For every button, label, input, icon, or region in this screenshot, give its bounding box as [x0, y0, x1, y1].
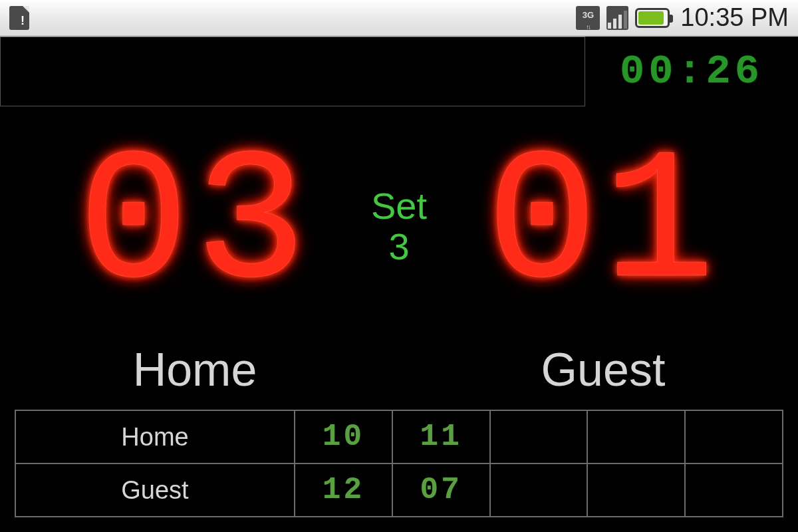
status-bar: 3G 10:35 PM [0, 0, 798, 37]
home-team-label: Home [52, 343, 338, 396]
set-history-home-label: Home [15, 410, 295, 464]
table-row: Home 10 11 [15, 410, 783, 464]
game-timer-display: 00:26 [620, 48, 763, 95]
table-row: Guest 12 07 [15, 464, 783, 517]
set-history-table: Home 10 11 Guest 12 07 [15, 410, 783, 517]
scoreboard-app-screen: 3G 10:35 PM 00:26 03 Set 3 01 Home Guest… [0, 0, 798, 532]
battery-fill [638, 11, 664, 25]
status-bar-clock: 10:35 PM [680, 3, 789, 32]
main-score-row: 03 Set 3 01 [0, 113, 798, 339]
ad-banner[interactable] [0, 37, 585, 106]
set-number: 3 [346, 226, 452, 267]
home-score[interactable]: 03 [52, 133, 338, 319]
set-indicator: Set 3 [346, 186, 452, 267]
guest-score[interactable]: 01 [460, 133, 746, 319]
game-timer[interactable]: 00:26 [585, 37, 798, 106]
signal-strength-icon [606, 6, 628, 30]
network-3g-icon: 3G [576, 6, 600, 30]
guest-team-label: Guest [460, 343, 746, 396]
top-strip: 00:26 [0, 37, 798, 106]
battery-icon [635, 8, 670, 28]
set-history-guest-label: Guest [15, 464, 295, 517]
home-set-2: 11 [420, 420, 462, 454]
guest-set-2: 07 [420, 473, 462, 507]
home-set-1: 10 [323, 420, 364, 454]
network-label: 3G [583, 10, 594, 20]
guest-set-1: 12 [323, 473, 364, 507]
team-labels-row: Home Guest [0, 343, 798, 404]
set-label: Set [346, 186, 452, 227]
sim-alert-icon [9, 6, 29, 30]
